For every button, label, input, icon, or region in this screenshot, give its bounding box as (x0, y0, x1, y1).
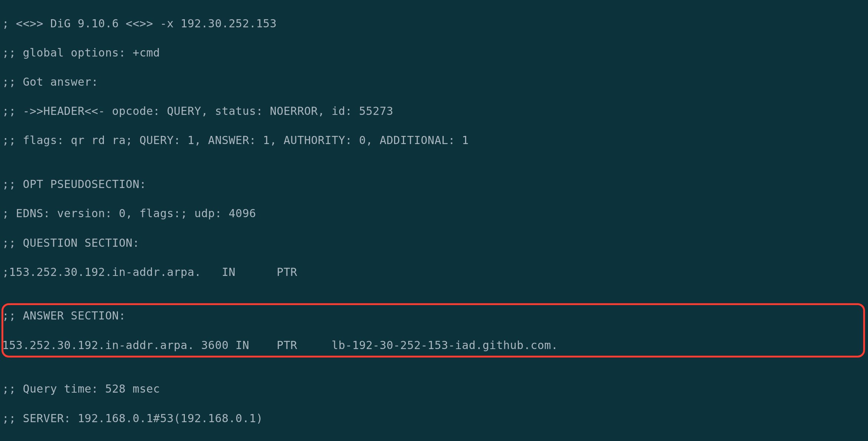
header-line: ;; ->>HEADER<<- opcode: QUERY, status: N… (2, 104, 868, 119)
question-record-line: ;153.252.30.192.in-addr.arpa. IN PTR (2, 265, 868, 280)
flags-line: ;; flags: qr rd ra; QUERY: 1, ANSWER: 1,… (2, 133, 868, 148)
server-line: ;; SERVER: 192.168.0.1#53(192.168.0.1) (2, 411, 868, 426)
edns-line: ; EDNS: version: 0, flags:; udp: 4096 (2, 206, 868, 221)
terminal-output: ; <<>> DiG 9.10.6 <<>> -x 192.30.252.153… (0, 0, 868, 441)
question-section-header: ;; QUESTION SECTION: (2, 236, 868, 250)
opt-pseudosection-line: ;; OPT PSEUDOSECTION: (2, 177, 868, 192)
dig-banner-line: ; <<>> DiG 9.10.6 <<>> -x 192.30.252.153 (2, 16, 868, 31)
answer-record-line: 153.252.30.192.in-addr.arpa. 3600 IN PTR… (2, 338, 868, 353)
answer-section-header: ;; ANSWER SECTION: (2, 308, 868, 323)
query-time-line: ;; Query time: 528 msec (2, 382, 868, 396)
got-answer-line: ;; Got answer: (2, 75, 868, 89)
global-options-line: ;; global options: +cmd (2, 45, 868, 60)
